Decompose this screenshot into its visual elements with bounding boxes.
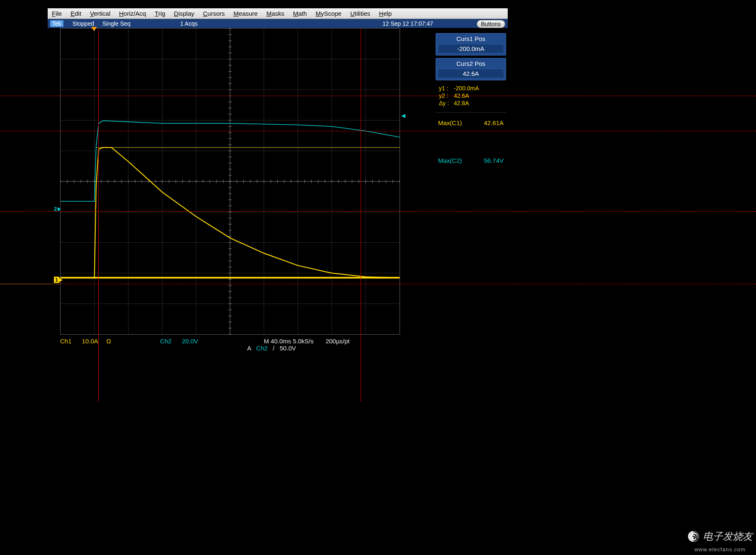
status-acqs: 1 Acqs [180, 20, 198, 27]
ch1-impedance: Ω [107, 338, 111, 345]
cursor1-line[interactable] [0, 284, 756, 284]
measure-max-c1: Max(C1) 42.61A [436, 117, 506, 127]
trigger-marker-icon [91, 27, 97, 31]
menu-help[interactable]: Help [379, 10, 392, 17]
buttons-toggle[interactable]: Buttons [477, 20, 505, 28]
cursor-measure-panel: Curs1 Pos -200.0mA Curs2 Pos 42.6A y1 : … [436, 33, 506, 165]
curs2-pos-box[interactable]: Curs2 Pos 42.6A [436, 58, 506, 80]
ch2-scale: 20.0V [182, 338, 198, 345]
timebase: M 40.0ms 5.0kS/s [264, 338, 313, 345]
menu-vertical[interactable]: Vertical [90, 10, 110, 17]
trig-source: Ch2 [256, 345, 268, 352]
curs1-title: Curs1 Pos [438, 35, 504, 42]
menu-masks[interactable]: Masks [267, 10, 284, 17]
cursor2-line[interactable] [0, 96, 756, 96]
menu-bar: File Edit Vertical Horiz/Acq Trig Displa… [48, 8, 508, 19]
elecfans-logo-icon [687, 530, 700, 543]
brand-badge: Tek [50, 20, 63, 27]
watermark-brand: 电子发烧友 [703, 530, 753, 543]
menu-cursors[interactable]: Cursors [203, 10, 225, 17]
ch1-label: Ch1 [60, 338, 72, 345]
status-bar: Tek Stopped Single Seq 1 Acqs 12 Sep 12 … [48, 19, 508, 28]
menu-measure[interactable]: Measure [233, 10, 257, 17]
ch1-zero-ext [0, 284, 60, 284]
red-line-mid [0, 211, 756, 212]
red-line-ch2 [0, 131, 756, 131]
menu-file[interactable]: File [52, 10, 62, 17]
red-vline-right [361, 29, 361, 402]
menu-edit[interactable]: Edit [70, 10, 81, 17]
menu-math[interactable]: Math [293, 10, 307, 17]
waveform-svg [61, 29, 400, 334]
curs1-pos-box[interactable]: Curs1 Pos -200.0mA [436, 33, 506, 56]
ch2-label: Ch2 [160, 338, 172, 345]
menu-horiz-acq[interactable]: Horiz/Acq [119, 10, 146, 17]
trig-level: 50.0V [280, 345, 296, 352]
curs1-value: -200.0mA [438, 44, 504, 53]
red-vline-left [98, 29, 99, 402]
waveform-plot[interactable] [60, 28, 400, 335]
trig-edge-icon: / [273, 345, 274, 352]
curs2-value: 42.6A [438, 69, 504, 78]
oscilloscope-window: File Edit Vertical Horiz/Acq Trig Displa… [48, 8, 508, 404]
watermark-site: www.elecfans.com [694, 546, 746, 553]
trig-a: A [247, 345, 251, 352]
ch1-ground-marker[interactable]: 1 [54, 277, 59, 283]
status-datetime: 12 Sep 12 17:07:47 [383, 20, 433, 27]
watermark: 电子发烧友 www.elecfans.com [687, 530, 753, 553]
sample-rate: 200µs/pt [326, 338, 350, 345]
svg-point-121 [693, 536, 694, 537]
menu-trig[interactable]: Trig [155, 10, 165, 17]
status-mode: Single Seq [102, 20, 131, 27]
status-state: Stopped [73, 20, 94, 27]
ch2-trace-arrow-icon [401, 114, 405, 118]
channel-info-bar: Ch1 10.0A Ω Ch2 20.0V M 40.0ms 5.0kS/s 2… [60, 338, 400, 352]
menu-display[interactable]: Display [174, 10, 194, 17]
curs2-title: Curs2 Pos [438, 60, 504, 67]
ch1-scale: 10.0A [82, 338, 98, 345]
menu-myscope[interactable]: MyScope [315, 10, 342, 17]
measure-max-c2: Max(C2) 56.74V [436, 154, 506, 165]
menu-utilities[interactable]: Utilities [350, 10, 370, 17]
